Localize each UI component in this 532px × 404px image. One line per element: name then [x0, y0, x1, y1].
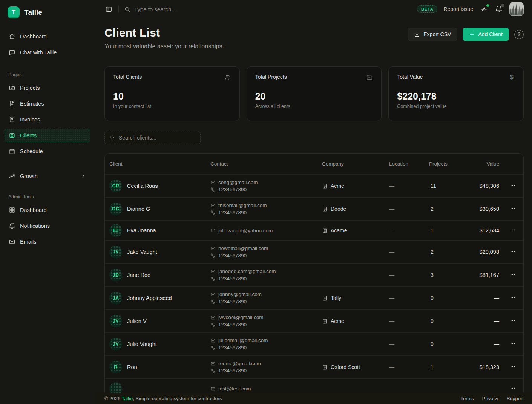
table-row[interactable]: JD Jane Doe janedoe.com@gmail.com 123456…: [105, 264, 523, 287]
stats-row: Total Clients 10 In your contact list To…: [104, 66, 524, 121]
ellipsis-icon: [510, 227, 516, 233]
footer-link-terms[interactable]: Terms: [460, 396, 474, 401]
mail-icon: [210, 361, 216, 366]
sidebar-item-label: Estimates: [20, 101, 44, 107]
table-row[interactable]: JV Jake Vaught newemail@gmail.com 123456…: [105, 241, 523, 264]
client-projects-count: 1: [429, 227, 465, 233]
row-actions-button[interactable]: [508, 204, 517, 214]
dollar-icon: $: [508, 74, 515, 81]
row-actions-button[interactable]: [508, 181, 517, 191]
column-header-client: Client: [105, 161, 210, 167]
sidebar-item-invoices[interactable]: Invoices: [5, 113, 90, 126]
sidebar-item-admin-dashboard[interactable]: Dashboard: [5, 203, 90, 217]
help-button[interactable]: ?: [514, 30, 524, 39]
sidebar-item-schedule[interactable]: Schedule: [5, 144, 90, 158]
column-header-location: Location: [389, 161, 429, 167]
mail-icon: [210, 180, 216, 185]
brand: T Tallie: [5, 5, 90, 20]
stat-caption: Combined project value: [397, 104, 515, 109]
sidebar-item-dashboard[interactable]: Dashboard: [5, 30, 90, 43]
row-actions-button[interactable]: [508, 247, 517, 257]
phone-icon: [210, 253, 216, 258]
export-csv-button[interactable]: Export CSV: [408, 28, 457, 41]
client-value: $29,098: [465, 249, 502, 255]
client-value: $30,650: [465, 206, 502, 212]
client-value: $48,306: [465, 183, 502, 189]
client-projects-count: 1: [429, 364, 465, 370]
avatar-forest-photo: [509, 2, 524, 16]
user-avatar[interactable]: [509, 2, 524, 16]
sidebar-item-clients[interactable]: Clients: [5, 129, 90, 142]
bell-icon: [9, 223, 15, 229]
client-phone: 1234567890: [210, 345, 322, 350]
folder-icon: [366, 74, 373, 81]
table-row[interactable]: JV Julien V jwvcool@gmail.com 1234567890…: [105, 310, 523, 333]
contact-card-icon: [9, 132, 15, 139]
sidebar-item-emails[interactable]: Emails: [5, 235, 90, 249]
client-phone: 1234567890: [210, 187, 322, 192]
sidebar-item-label: Growth: [20, 173, 38, 179]
sidebar-item-estimates[interactable]: Estimates: [5, 97, 90, 111]
row-actions-button[interactable]: [508, 293, 517, 303]
table-row[interactable]: DG Dianne G thisemail@gmail.com 12345678…: [105, 198, 523, 221]
client-location: —: [389, 318, 429, 324]
client-location: —: [389, 295, 429, 301]
report-issue-link[interactable]: Report issue: [443, 6, 473, 12]
row-actions-button[interactable]: [508, 270, 517, 280]
client-location: —: [389, 272, 429, 278]
client-value: $18,323: [465, 364, 502, 370]
global-search-input[interactable]: [134, 6, 217, 12]
chat-icon: [9, 49, 15, 56]
table-row[interactable]: CR Cecilia Roas ceng@gmail.com 123456789…: [105, 175, 523, 198]
activity-status-button[interactable]: [479, 5, 488, 14]
client-projects-count: 11: [429, 183, 465, 189]
sidebar-toggle-button[interactable]: [104, 5, 113, 14]
notification-dot: [501, 4, 504, 7]
sidebar-item-growth[interactable]: Growth: [5, 169, 90, 183]
add-client-button[interactable]: Add Client: [463, 28, 509, 41]
client-search: [104, 131, 201, 144]
sidebar-item-notifications[interactable]: Notifications: [5, 219, 90, 233]
client-avatar: JA: [109, 292, 122, 304]
phone-icon: [210, 345, 216, 350]
client-name: Jake Vaught: [127, 249, 157, 255]
help-icon: ?: [517, 31, 521, 37]
sidebar-item-label: Chat with Tallie: [20, 49, 57, 55]
table-row[interactable]: test@test.com: [105, 379, 523, 393]
table-row[interactable]: JA Johnny Appleseed johnny@gmail.com 123…: [105, 287, 523, 310]
footer-link-support[interactable]: Support: [506, 396, 524, 401]
users-icon: [224, 74, 231, 81]
row-actions-button[interactable]: [508, 316, 517, 326]
stat-card-total-clients: Total Clients 10 In your contact list: [104, 66, 240, 121]
table-row[interactable]: R Ron ronnie@gmail.com 1234567890 Oxford…: [105, 356, 523, 379]
sidebar-item-projects[interactable]: Projects: [5, 81, 90, 95]
building-icon: [322, 206, 328, 212]
sidebar-item-label: Dashboard: [20, 34, 47, 40]
client-name: Dianne G: [127, 206, 150, 212]
home-icon: [9, 33, 15, 40]
phone-icon: [210, 322, 216, 327]
search-icon: [124, 6, 130, 12]
client-search-input[interactable]: [119, 135, 190, 141]
brand-name: Tallie: [24, 8, 42, 17]
client-value: $12,634: [465, 227, 502, 233]
table-row[interactable]: EJ Eva Joanna juliovaught@yahoo.com Acam…: [105, 221, 523, 241]
client-projects-count: 0: [429, 318, 465, 324]
client-location: —: [389, 249, 429, 255]
footer: © 2026 Tallie, Simple operating system f…: [95, 393, 532, 404]
sidebar-item-label: Dashboard: [20, 207, 47, 213]
footer-brand-link[interactable]: Tallie: [122, 396, 133, 401]
row-actions-button[interactable]: [508, 339, 517, 349]
sidebar-item-chat-with-tallie[interactable]: Chat with Tallie: [5, 46, 90, 59]
notifications-button[interactable]: [494, 5, 503, 14]
row-actions-button[interactable]: [508, 384, 517, 393]
column-header-contact: Contact: [210, 161, 322, 167]
footer-link-privacy[interactable]: Privacy: [482, 396, 498, 401]
row-actions-button[interactable]: [508, 362, 517, 372]
folder-icon: [9, 84, 15, 91]
row-actions-button[interactable]: [508, 226, 517, 236]
tallie-logo-icon: T: [8, 6, 20, 18]
client-name: Johnny Appleseed: [127, 295, 172, 301]
table-row[interactable]: JV Julio Vaught julioemail@gmail.com 123…: [105, 333, 523, 356]
client-company: Acme: [322, 318, 389, 324]
